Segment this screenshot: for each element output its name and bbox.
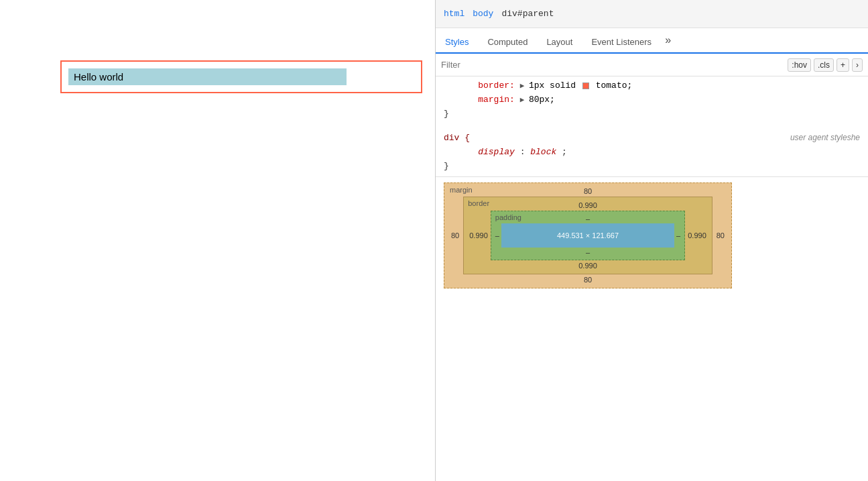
border-top-value: 0.990 [467,200,709,211]
margin-box: margin 80 80 border 0.990 0.990 padding [444,182,732,288]
padding-box: padding – – 449.531 × 121.667 – [491,211,685,260]
tab-styles[interactable]: Styles [436,32,478,54]
css-rule-1: border: ▶ 1px solid tomato; margin: ▶ 80… [436,76,868,123]
border-color-name: tomato; [596,81,633,91]
tab-event-listeners[interactable]: Event Listeners [582,32,661,54]
content-box: 449.531 × 121.667 [501,223,674,248]
filter-input[interactable] [441,60,784,70]
css-border-property: border: ▶ 1px solid tomato; [444,79,860,93]
margin-value: 80px; [529,95,555,105]
padding-top-value: – [493,213,682,223]
add-style-button[interactable]: + [836,58,849,72]
display-property-name: display [444,147,515,157]
border-expand[interactable]: ▶ [520,82,529,90]
margin-bottom-value: 80 [447,274,729,285]
box-model-section: margin 80 80 border 0.990 0.990 padding [436,176,868,297]
preview-panel: Hello world [0,0,436,481]
border-middle-row: 0.990 padding – – 449.531 × 121. [467,211,709,260]
border-property-name: border: [444,81,515,91]
tabs-bar: Styles Computed Layout Event Listeners » [436,28,868,54]
preview-content: Hello world [60,60,428,474]
parent-div: Hello world [60,60,422,93]
border-value-text: 1px solid [529,81,581,91]
padding-left-value: – [493,231,501,239]
border-bottom-value: 0.990 [467,260,709,271]
content-row: – 449.531 × 121.667 – [493,223,682,248]
border-label: border [468,199,489,207]
margin-middle-row: 80 border 0.990 0.990 padding – [447,197,729,274]
content-size: 449.531 × 121.667 [557,231,619,239]
css-rule-2-close: } [444,160,860,174]
border-box: border 0.990 0.990 padding – [463,197,712,274]
margin-label: margin [450,186,473,194]
border-color-swatch[interactable] [582,83,589,89]
css-margin-property: margin: ▶ 80px; [444,93,860,107]
display-colon: : [520,147,525,157]
css-display-property: display : block ; [444,146,860,160]
hello-text: Hello world [68,68,347,85]
rule-2-source: user agent styleshe [790,131,860,144]
css-rule-close: } [444,107,860,121]
padding-label: padding [495,213,521,221]
css-selector-div: div { [444,133,470,143]
tab-computed[interactable]: Computed [478,32,537,54]
breadcrumb: html body div#parent [436,0,868,28]
breadcrumb-parent[interactable]: div#parent [501,9,554,19]
more-styles-button[interactable]: › [852,58,863,72]
display-semi: ; [562,147,567,157]
margin-right-value: 80 [712,231,729,239]
padding-right-value: – [674,231,682,239]
margin-property-name: margin: [444,95,515,105]
close-brace-2: } [444,161,449,171]
tab-layout[interactable]: Layout [537,32,582,54]
css-rule-2-selector: user agent styleshe div { [444,131,860,146]
hov-button[interactable]: :hov [788,58,811,72]
css-rule-2: user agent styleshe div { display : bloc… [436,129,868,176]
breadcrumb-html[interactable]: html [444,9,464,19]
tab-more[interactable]: » [661,30,676,52]
margin-expand[interactable]: ▶ [520,96,529,104]
padding-bottom-value: – [493,248,682,258]
margin-top-value: 80 [447,186,729,197]
display-value: block [530,147,556,157]
breadcrumb-body[interactable]: body [473,9,493,19]
filter-bar: :hov .cls + › [436,54,868,76]
margin-left-value: 80 [447,231,463,239]
css-rules-panel: border: ▶ 1px solid tomato; margin: ▶ 80… [436,76,868,176]
border-right-value: 0.990 [685,231,709,239]
close-brace-1: } [444,109,449,119]
devtools-panel: html body div#parent Styles Computed Lay… [436,0,868,481]
filter-actions: :hov .cls + › [788,58,863,72]
border-left-value: 0.990 [467,231,491,239]
cls-button[interactable]: .cls [814,58,834,72]
